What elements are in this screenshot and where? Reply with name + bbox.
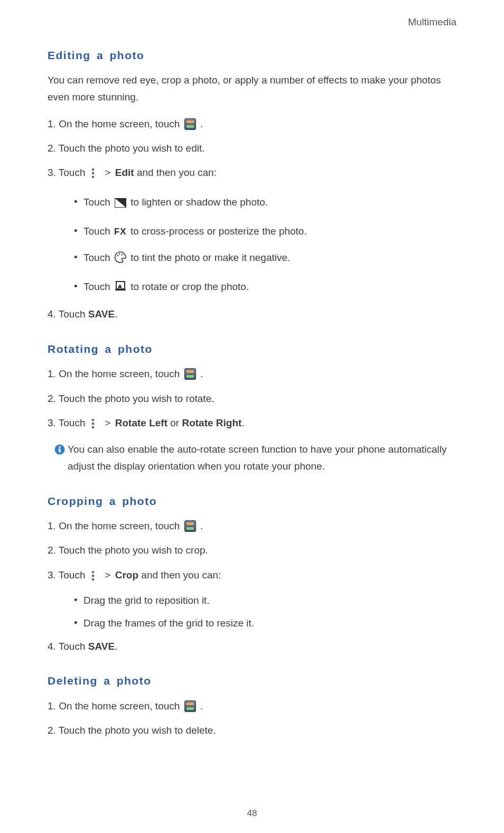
crop-icon <box>115 281 126 292</box>
step-text: On the home screen, touch <box>59 368 182 379</box>
step-text: . <box>200 118 203 129</box>
step-number: 4. <box>48 308 56 320</box>
step-number: 3. <box>48 417 56 428</box>
rotating-step-1: 1. On the home screen, touch . <box>48 366 456 382</box>
step-text: Touch <box>59 417 88 428</box>
chevron-right-icon: > <box>105 569 110 581</box>
step-text: On the home screen, touch <box>59 520 182 531</box>
editing-step-3: 3. Touch > Edit and then you can: <box>48 164 456 183</box>
deleting-step-2: 2. Touch the photo you wish to delete. <box>48 722 456 739</box>
bullet-text: Touch <box>83 226 113 237</box>
step-text: Touch the photo you wish to rotate. <box>59 393 214 404</box>
menu-label-rotate-right: Rotate Right <box>182 417 241 428</box>
step-text: . <box>241 417 244 428</box>
step-number: 4. <box>48 641 56 652</box>
step-text: Touch <box>59 641 88 652</box>
step-number: 1. <box>48 700 56 712</box>
cropping-sublist: Drag the grid to reposition it. Drag the… <box>74 593 456 631</box>
cropping-step-4: 4. Touch SAVE. <box>48 638 456 655</box>
list-item: Drag the frames of the grid to resize it… <box>74 616 456 631</box>
bullet-text: to cross-process or posterize the photo. <box>130 226 307 237</box>
step-number: 1. <box>48 368 56 379</box>
list-item: Touch FX to cross-process or posterize t… <box>74 224 456 239</box>
bullet-text: Drag the grid to reposition it. <box>83 595 210 606</box>
list-item: Touch to tint the photo or make it negat… <box>74 250 456 268</box>
step-number: 2. <box>48 545 56 556</box>
section-title-deleting: Deleting a photo <box>48 673 456 689</box>
step-text: . <box>115 641 117 652</box>
deleting-step-1: 1. On the home screen, touch . <box>48 698 456 715</box>
step-text: or <box>170 417 182 428</box>
step-text: . <box>115 308 117 320</box>
menu-label-edit: Edit <box>115 167 134 178</box>
step-number: 1. <box>48 520 56 531</box>
step-text: Touch the photo you wish to delete. <box>59 725 216 736</box>
bullet-text: to rotate or crop the photo. <box>130 281 249 292</box>
step-text: Touch <box>59 167 88 178</box>
step-number: 3. <box>48 167 56 178</box>
menu-label-save: SAVE <box>88 308 115 320</box>
editing-step-4: 4. Touch SAVE. <box>48 306 456 323</box>
list-item: Touch to lighten or shadow the photo. <box>74 195 456 212</box>
step-text: and then you can: <box>141 569 221 581</box>
step-text: On the home screen, touch <box>59 118 182 129</box>
document-page: Multimedia Editing a photo You can remov… <box>0 0 504 833</box>
bullet-text: Touch <box>83 281 113 292</box>
cropping-step-1: 1. On the home screen, touch . <box>48 518 456 535</box>
more-options-icon <box>90 569 96 586</box>
step-text: Touch <box>59 308 88 320</box>
chapter-header: Multimedia <box>48 15 456 30</box>
more-options-icon <box>90 166 96 183</box>
info-icon <box>54 444 65 459</box>
step-text: and then you can: <box>137 167 217 178</box>
editing-step-2: 2. Touch the photo you wish to edit. <box>48 140 456 157</box>
menu-label-rotate-left: Rotate Left <box>115 417 167 428</box>
cropping-step-2: 2. Touch the photo you wish to crop. <box>48 542 456 559</box>
contrast-icon <box>115 197 126 212</box>
gallery-icon <box>184 368 196 380</box>
step-number: 2. <box>48 143 56 154</box>
more-options-icon <box>90 417 96 434</box>
page-number: 48 <box>0 807 504 820</box>
chevron-right-icon: > <box>105 417 110 428</box>
list-item: Drag the grid to reposition it. <box>74 593 456 609</box>
section-intro-editing: You can remove red eye, crop a photo, or… <box>48 72 456 106</box>
section-title-editing: Editing a photo <box>48 48 456 63</box>
bullet-text: to tint the photo or make it negative. <box>130 252 290 263</box>
gallery-icon <box>184 520 196 532</box>
rotating-step-2: 2. Touch the photo you wish to rotate. <box>48 390 456 407</box>
cropping-step-3: 3. Touch > Crop and then you can: <box>48 567 456 586</box>
menu-label-save: SAVE <box>88 641 115 652</box>
step-text: Touch the photo you wish to crop. <box>59 545 208 556</box>
step-text: On the home screen, touch <box>59 700 182 712</box>
editing-sublist: Touch to lighten or shadow the photo. To… <box>74 195 456 294</box>
step-text: Touch the photo you wish to edit. <box>59 143 205 154</box>
step-text: Touch <box>59 569 88 581</box>
step-number: 3. <box>48 569 56 581</box>
rotating-step-3: 3. Touch > Rotate Left or Rotate Right. <box>48 415 456 434</box>
section-title-rotating: Rotating a photo <box>48 341 456 357</box>
editing-step-1: 1. On the home screen, touch . <box>48 116 456 133</box>
chevron-right-icon: > <box>105 167 110 178</box>
list-item: Touch to rotate or crop the photo. <box>74 279 456 295</box>
step-text: . <box>200 700 203 712</box>
step-number: 2. <box>48 725 56 736</box>
bullet-text: Touch <box>83 196 113 208</box>
step-number: 2. <box>48 393 56 404</box>
gallery-icon <box>184 700 196 712</box>
gallery-icon <box>184 118 196 130</box>
bullet-text: Touch <box>83 252 113 263</box>
bullet-text: Drag the frames of the grid to resize it… <box>83 617 254 629</box>
menu-label-crop: Crop <box>115 569 138 581</box>
palette-icon <box>115 251 126 268</box>
fx-icon: FX <box>114 227 127 237</box>
info-text: You can also enable the auto-rotate scre… <box>68 441 456 475</box>
step-number: 1. <box>48 118 56 129</box>
step-text: . <box>200 368 203 379</box>
bullet-text: to lighten or shadow the photo. <box>130 196 268 208</box>
step-text: . <box>200 520 203 531</box>
info-note: You can also enable the auto-rotate scre… <box>53 441 456 475</box>
section-title-cropping: Cropping a photo <box>48 493 456 509</box>
